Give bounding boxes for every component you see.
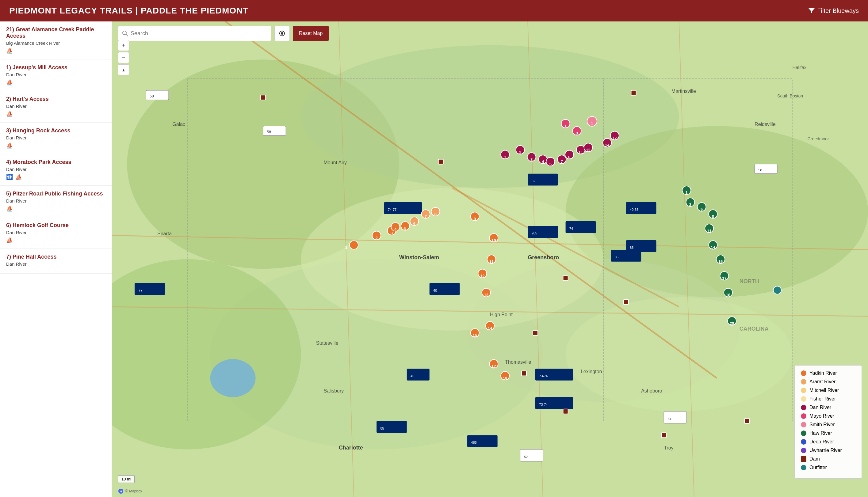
svg-rect-76 (755, 164, 777, 174)
svg-text:85: 85 (615, 255, 618, 259)
svg-text:2: 2 (375, 236, 377, 240)
svg-rect-168 (624, 300, 629, 304)
legend-item: Smith River (801, 422, 855, 427)
reset-map-button[interactable]: Reset Map (293, 26, 329, 41)
svg-text:40: 40 (433, 289, 437, 292)
svg-text:3: 3 (576, 131, 578, 136)
locate-button[interactable] (275, 26, 290, 41)
search-bar: Reset Map (118, 26, 329, 41)
svg-text:40: 40 (410, 374, 414, 378)
sidebar-item[interactable]: 1) Jessup's Mill AccessDan River⛵ (0, 59, 112, 91)
sidebar-item-subtitle: Dan River (6, 103, 106, 109)
svg-text:Sparta: Sparta (157, 231, 172, 236)
legend-item: Haw River (801, 430, 855, 436)
svg-text:17: 17 (613, 136, 617, 140)
legend-color (801, 388, 807, 393)
svg-rect-161 (261, 95, 266, 100)
svg-text:NORTH: NORTH (740, 278, 759, 284)
svg-text:Galax: Galax (172, 122, 185, 127)
svg-text:CAROLINA: CAROLINA (740, 326, 769, 332)
zoom-in-button[interactable]: + (118, 40, 129, 51)
reset-north-button[interactable]: ▲ (118, 65, 129, 75)
legend-label: Mitchell River (809, 388, 839, 393)
boat-icon: ⛵ (6, 142, 13, 149)
sidebar-item-icons: ⛵ (6, 79, 106, 86)
svg-text:14: 14 (605, 143, 610, 147)
legend-label: Yadkin River (809, 370, 837, 376)
sidebar-item-title: 3) Hanging Rock Access (6, 127, 106, 134)
sidebar-item-title: 5) Pitzer Road Public Fishing Access (6, 190, 106, 197)
sidebar-item-subtitle: Dan River (6, 167, 106, 172)
legend-label: Uwharrie River (809, 448, 842, 453)
svg-point-170 (773, 286, 781, 294)
boat-icon: ⛵ (6, 47, 13, 54)
legend-color (801, 448, 807, 453)
svg-text:18: 18 (503, 376, 507, 381)
sidebar-item[interactable]: 4) Moratock Park AccessDan River🚻⛵ (0, 154, 112, 186)
sidebar-item[interactable]: 3) Hanging Rock AccessDan River⛵ (0, 123, 112, 154)
boat-icon: ⛵ (6, 111, 13, 117)
sidebar-item-icons: ⛵ (6, 205, 106, 212)
svg-rect-163 (533, 331, 538, 336)
sidebar-item[interactable]: 7) Pine Hall AccessDan River (0, 249, 112, 274)
filter-blueways-button[interactable]: Filter Blueways (809, 8, 859, 14)
svg-text:74-77: 74-77 (388, 208, 396, 211)
svg-text:8: 8 (568, 155, 570, 159)
svg-text:Lexington: Lexington (581, 369, 602, 374)
svg-text:Mount Airy: Mount Airy (323, 160, 347, 165)
map-legend: Yadkin RiverArarat RiverMitchell RiverFi… (795, 365, 862, 479)
svg-text:73-74: 73-74 (539, 374, 548, 378)
svg-text:1: 1 (504, 155, 506, 159)
legend-color (801, 413, 807, 419)
svg-text:9: 9 (474, 217, 476, 221)
search-input[interactable] (131, 30, 267, 37)
svg-text:4: 4 (394, 227, 397, 232)
sidebar-item[interactable]: 2) Hart's AccessDan River⛵ (0, 91, 112, 123)
svg-text:17: 17 (722, 276, 726, 281)
sidebar-item[interactable]: 5) Pitzer Road Public Fishing AccessDan … (0, 186, 112, 217)
map-controls: + − ▲ (118, 40, 129, 75)
legend-item: Dan River (801, 405, 855, 410)
svg-text:52: 52 (532, 179, 535, 183)
svg-text:20: 20 (730, 321, 734, 326)
svg-rect-72 (664, 412, 686, 424)
boat-icon: ⛵ (15, 174, 22, 181)
map-container[interactable]: Galax Sparta Mount Airy Winston-Salem Gr… (112, 22, 868, 497)
filter-icon (809, 8, 815, 14)
legend-label: Fisher River (809, 396, 836, 402)
svg-text:52: 52 (524, 455, 528, 459)
restroom-icon: 🚻 (6, 174, 13, 181)
svg-text:3: 3 (530, 157, 533, 162)
svg-text:1: 1 (345, 245, 347, 250)
sidebar-item-title: 4) Moratock Park Access (6, 159, 106, 166)
map-background: Galax Sparta Mount Airy Winston-Salem Gr… (112, 22, 868, 497)
legend-color (801, 465, 807, 470)
search-icon (122, 30, 128, 37)
legend-label: Mayo River (809, 413, 834, 419)
svg-text:3: 3 (689, 202, 691, 207)
svg-text:3: 3 (391, 231, 393, 235)
legend-color (801, 439, 807, 445)
zoom-out-button[interactable]: − (118, 52, 129, 63)
svg-text:14: 14 (488, 326, 492, 331)
sidebar-item[interactable]: 21) Great Alamance Creek Paddle AccessBi… (0, 22, 112, 59)
svg-rect-42 (263, 126, 286, 136)
svg-text:Martinsville: Martinsville (671, 88, 696, 94)
svg-text:5: 5 (404, 226, 406, 231)
svg-text:Charlotte: Charlotte (339, 445, 363, 451)
sidebar-item-icons: ⛵ (6, 237, 106, 244)
svg-rect-166 (661, 432, 666, 438)
svg-text:11: 11 (707, 229, 711, 233)
svg-point-171 (123, 31, 126, 34)
sidebar-item[interactable]: 6) Hemlock Golf CourseDan River⛵ (0, 217, 112, 249)
mapbox-logo: M (118, 488, 124, 494)
svg-text:58: 58 (267, 130, 271, 134)
svg-text:77: 77 (138, 288, 143, 293)
svg-text:Statesville: Statesville (316, 340, 338, 346)
legend-label: Deep River (809, 439, 834, 445)
sidebar: 21) Great Alamance Creek Paddle AccessBi… (0, 22, 112, 497)
svg-text:1: 1 (564, 124, 566, 128)
sidebar-item-subtitle: Dan River (6, 198, 106, 203)
scale-bar: 10 mi (118, 475, 135, 483)
svg-text:285: 285 (532, 231, 537, 235)
